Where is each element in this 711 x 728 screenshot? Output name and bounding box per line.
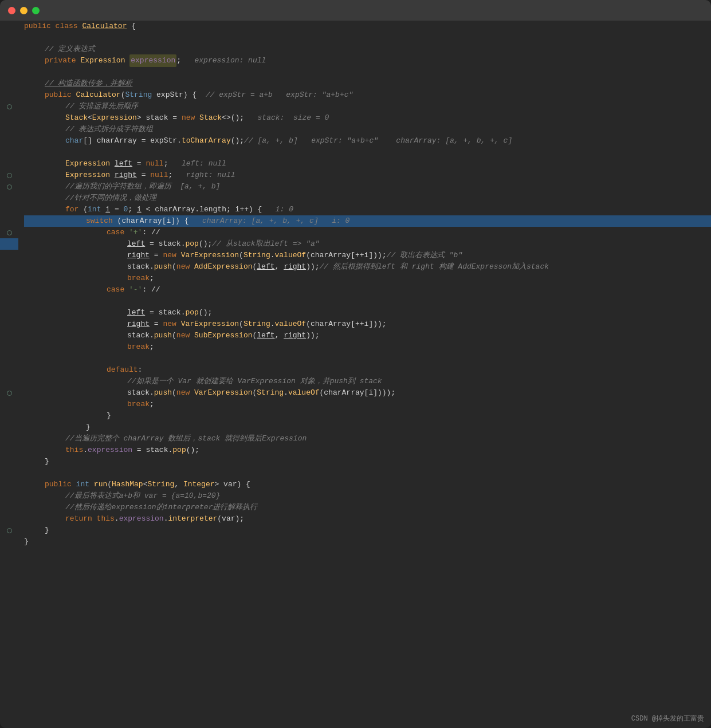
code-line: } xyxy=(24,456,711,467)
code-editor[interactable]: public class Calculator { // 定义表达式 priva… xyxy=(18,21,711,728)
code-line: } xyxy=(24,525,711,536)
code-line xyxy=(24,32,711,44)
code-line: // 构造函数传参，并解析 xyxy=(24,78,711,89)
code-line: // 安排运算先后顺序 xyxy=(24,101,711,112)
code-line: stack.push(new SubExpression(left, right… xyxy=(24,330,711,341)
code-line xyxy=(24,147,711,158)
code-line: case '-': // xyxy=(24,284,711,296)
code-line: for (int i = 0; i < charArray.length; i+… xyxy=(24,204,711,215)
editor-area: public class Calculator { // 定义表达式 priva… xyxy=(0,21,711,728)
code-line: Expression left = null; left: null xyxy=(24,158,711,170)
code-line: public Calculator(String expStr) { // ex… xyxy=(24,89,711,101)
code-line: this.expression = stack.pop(); xyxy=(24,444,711,456)
code-line xyxy=(24,467,711,479)
code-line: break; xyxy=(24,399,711,410)
titlebar xyxy=(0,0,711,21)
code-line: //最后将表达式a+b和 var = {a=10,b=20} xyxy=(24,490,711,502)
code-line: Expression right = null; right: null xyxy=(24,170,711,181)
code-line: char[] charArray = expStr.toCharArray();… xyxy=(24,135,711,147)
code-line: } xyxy=(24,410,711,422)
code-line: Stack<Expression> stack = new Stack<>();… xyxy=(24,112,711,124)
code-line: public int run(HashMap<String, Integer> … xyxy=(24,479,711,490)
code-line: right = new VarExpression(String.valueOf… xyxy=(24,250,711,261)
code-line: } xyxy=(24,422,711,433)
code-line xyxy=(24,296,711,307)
code-line: case '+': // xyxy=(24,227,711,238)
code-line: break; xyxy=(24,273,711,284)
code-line: //如果是一个 Var 就创建要给 VarExpression 对象，并push… xyxy=(24,376,711,387)
code-line: left = stack.pop();// 从stack取出left => "a… xyxy=(24,238,711,250)
window: public class Calculator { // 定义表达式 priva… xyxy=(0,0,711,728)
maximize-button[interactable] xyxy=(32,7,40,14)
code-line: //遍历我们的字符数组，即遍历 [a, +, b] xyxy=(24,181,711,192)
code-line-highlighted: switch (charArray[i]) { charArray: [a, +… xyxy=(24,215,711,227)
code-line: //当遍历完整个 charArray 数组后，stack 就得到最后Expres… xyxy=(24,433,711,444)
code-line: public class Calculator { xyxy=(24,21,711,32)
code-line: left = stack.pop(); xyxy=(24,307,711,318)
code-line: //针对不同的情况，做处理 xyxy=(24,192,711,204)
code-line: break; xyxy=(24,341,711,353)
code-line: stack.push(new VarExpression(String.valu… xyxy=(24,387,711,399)
close-button[interactable] xyxy=(8,7,15,14)
code-line: // 表达式拆分成字符数组 xyxy=(24,124,711,135)
code-line: default: xyxy=(24,364,711,376)
code-line xyxy=(24,66,711,78)
line-gutter xyxy=(0,21,18,728)
footer-branding: CSDN @掉头发的王富贵 xyxy=(631,714,704,723)
code-line: private Expression expression; expressio… xyxy=(24,55,711,66)
code-line: stack.push(new AddExpression(left, right… xyxy=(24,261,711,273)
code-line: //然后传递给expression的interpreter进行解释执行 xyxy=(24,502,711,513)
code-line: return this.expression.interpreter(var); xyxy=(24,513,711,525)
code-line: } xyxy=(24,536,711,548)
code-line: right = new VarExpression(String.valueOf… xyxy=(24,318,711,330)
code-line: // 定义表达式 xyxy=(24,44,711,55)
code-line xyxy=(24,353,711,364)
minimize-button[interactable] xyxy=(20,7,28,14)
